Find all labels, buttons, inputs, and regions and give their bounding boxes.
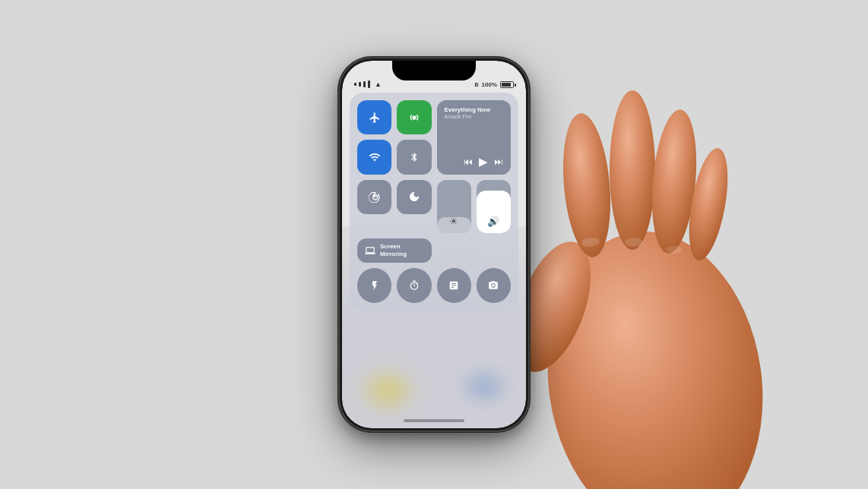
- svg-point-11: [493, 284, 496, 287]
- camera-icon: [488, 280, 499, 291]
- calculator-button[interactable]: [437, 268, 471, 302]
- cc-middle-row: ☀ 🔊: [357, 180, 511, 233]
- music-player[interactable]: Everything Now Arcade Fire ⏮ ▶ ⏭: [437, 100, 512, 175]
- iphone-frame: ▲ B 100%: [340, 58, 528, 431]
- cellular-icon: [408, 112, 420, 124]
- play-button[interactable]: ▶: [479, 155, 488, 169]
- control-center: Everything Now Arcade Fire ⏮ ▶ ⏭: [350, 93, 518, 311]
- flashlight-button[interactable]: [357, 268, 391, 302]
- wifi-icon: [369, 151, 381, 163]
- wallpaper-yellow-blur: [357, 368, 418, 413]
- signal-bar-2: [359, 82, 361, 87]
- battery-icon: [500, 81, 514, 88]
- lock-rotation-icon: [369, 191, 381, 203]
- brightness-slider[interactable]: ☀: [437, 180, 471, 233]
- cc-connectivity-grid: [357, 100, 432, 175]
- cellular-button[interactable]: [397, 100, 431, 134]
- wifi-status-icon: ▲: [375, 80, 382, 88]
- home-bar: [404, 419, 464, 422]
- bluetooth-indicator: B: [474, 82, 478, 87]
- volume-slider[interactable]: 🔊: [477, 180, 511, 233]
- signal-bar-4: [368, 80, 370, 88]
- flashlight-icon: [369, 280, 380, 291]
- screen-mirroring-button[interactable]: Screen Mirroring: [357, 238, 432, 263]
- brightness-icon: ☀: [449, 216, 458, 227]
- svg-point-7: [625, 238, 643, 247]
- svg-point-10: [413, 116, 415, 118]
- svg-point-2: [558, 112, 616, 260]
- wallpaper-blue-blur: [458, 368, 511, 405]
- music-info: Everything Now Arcade Fire: [445, 106, 504, 119]
- screen-mirror-label: Screen Mirroring: [380, 243, 407, 259]
- status-left: ▲: [354, 80, 382, 88]
- fast-forward-button[interactable]: ⏭: [494, 156, 503, 167]
- screen-mirror-icon: [365, 245, 375, 256]
- wifi-button[interactable]: [357, 140, 391, 174]
- bluetooth-button[interactable]: [397, 140, 431, 174]
- cc-bottom-row: [357, 268, 511, 302]
- calculator-icon: [448, 280, 459, 291]
- battery-fill: [502, 83, 511, 87]
- airplane-mode-button[interactable]: [357, 100, 391, 134]
- status-right: B 100%: [474, 81, 514, 88]
- orientation-lock-button[interactable]: [357, 180, 391, 214]
- moon-icon: [408, 191, 420, 203]
- cc-screen-row: Screen Mirroring: [357, 238, 511, 263]
- svg-point-3: [610, 90, 655, 250]
- camera-button[interactable]: [477, 268, 511, 302]
- music-title: Everything Now: [445, 106, 504, 114]
- iphone-screen: ▲ B 100%: [342, 61, 526, 428]
- signal-bar-3: [363, 81, 366, 87]
- do-not-disturb-button[interactable]: [397, 180, 431, 214]
- bluetooth-icon: [409, 151, 420, 163]
- timer-icon: [409, 280, 420, 291]
- iphone-inner: ▲ B 100%: [342, 61, 526, 428]
- volume-icon: 🔊: [487, 216, 499, 227]
- airplane-icon: [369, 112, 381, 124]
- signal-bar-1: [354, 83, 356, 86]
- notch: [392, 61, 476, 80]
- battery-percent: 100%: [482, 81, 497, 88]
- cc-top-row: Everything Now Arcade Fire ⏮ ▶ ⏭: [357, 100, 511, 175]
- rewind-button[interactable]: ⏮: [464, 156, 473, 167]
- timer-button[interactable]: [397, 268, 431, 302]
- scene: ▲ B 100%: [0, 0, 868, 489]
- music-controls: ⏮ ▶ ⏭: [445, 155, 504, 169]
- music-artist: Arcade Fire: [445, 114, 504, 119]
